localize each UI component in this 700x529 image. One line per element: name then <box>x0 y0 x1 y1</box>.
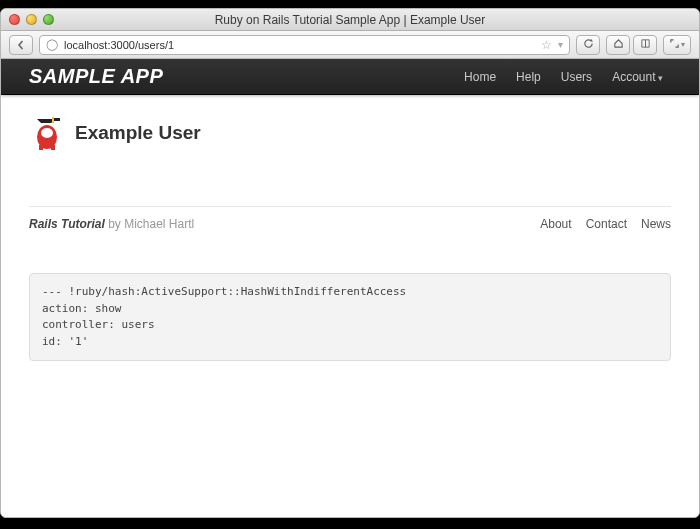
home-button[interactable] <box>606 35 630 55</box>
footer-links: About Contact News <box>540 217 671 231</box>
svg-point-5 <box>41 128 53 138</box>
user-header: Example User <box>29 115 671 151</box>
back-button[interactable] <box>9 35 33 55</box>
chevron-left-icon <box>16 40 26 50</box>
address-url: localhost:3000/users/1 <box>64 39 535 51</box>
brand-logo[interactable]: SAMPLE APP <box>29 65 163 88</box>
address-bar[interactable]: ◯ localhost:3000/users/1 ☆ ▾ <box>39 35 570 55</box>
footer-byline: by Michael Hartl <box>108 217 194 231</box>
nav-users[interactable]: Users <box>553 64 600 90</box>
reload-button[interactable] <box>576 35 600 55</box>
nav-help[interactable]: Help <box>508 64 549 90</box>
bookmarks-button[interactable] <box>633 35 657 55</box>
svg-rect-7 <box>51 145 55 150</box>
user-name-heading: Example User <box>75 122 201 144</box>
page-viewport: SAMPLE APP Home Help Users Account <box>1 59 699 517</box>
dropdown-caret-icon: ▾ <box>681 40 685 49</box>
book-icon <box>640 38 651 51</box>
fullscreen-button[interactable]: ▾ <box>663 35 691 55</box>
svg-rect-3 <box>52 117 54 123</box>
footer-site-name[interactable]: Rails Tutorial <box>29 217 105 231</box>
toolbar-extra-group <box>606 35 657 55</box>
minimize-window-button[interactable] <box>26 14 37 25</box>
site-footer: Rails Tutorial by Michael Hartl About Co… <box>29 206 671 231</box>
fullscreen-icon <box>669 38 680 51</box>
rss-icon[interactable]: ▾ <box>558 39 563 50</box>
site-navbar: SAMPLE APP Home Help Users Account <box>1 59 699 95</box>
globe-icon: ◯ <box>46 38 58 51</box>
reload-icon <box>583 38 594 51</box>
footer-link-news[interactable]: News <box>641 217 671 231</box>
nav-home[interactable]: Home <box>456 64 504 90</box>
traffic-lights <box>1 14 54 25</box>
bookmark-star-icon[interactable]: ☆ <box>541 38 552 52</box>
window-title: Ruby on Rails Tutorial Sample App | Exam… <box>1 13 699 27</box>
debug-dump: --- !ruby/hash:ActiveSupport::HashWithIn… <box>29 273 671 361</box>
zoom-window-button[interactable] <box>43 14 54 25</box>
nav-links: Home Help Users Account <box>456 64 671 90</box>
browser-toolbar: ◯ localhost:3000/users/1 ☆ ▾ <box>1 31 699 59</box>
page-content: Example User Rails Tutorial by Michael H… <box>1 95 699 251</box>
home-icon <box>613 38 624 51</box>
avatar <box>29 115 65 151</box>
svg-rect-2 <box>54 118 60 121</box>
nav-account-dropdown[interactable]: Account <box>604 64 671 90</box>
svg-rect-6 <box>39 145 43 150</box>
footer-link-about[interactable]: About <box>540 217 571 231</box>
browser-window: Ruby on Rails Tutorial Sample App | Exam… <box>0 8 700 518</box>
close-window-button[interactable] <box>9 14 20 25</box>
footer-link-contact[interactable]: Contact <box>586 217 627 231</box>
window-titlebar: Ruby on Rails Tutorial Sample App | Exam… <box>1 9 699 31</box>
footer-credit: Rails Tutorial by Michael Hartl <box>29 217 194 231</box>
